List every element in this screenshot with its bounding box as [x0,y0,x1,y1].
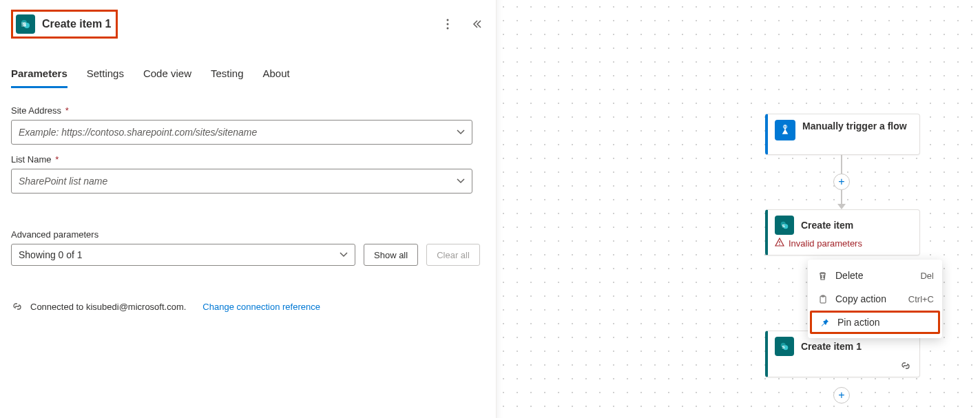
menu-copy-shortcut: Ctrl+C [908,294,934,304]
menu-copy[interactable]: Copy action Ctrl+C [808,287,942,311]
panel-title-block: S Create item 1 [11,10,118,39]
svg-point-5 [447,23,449,25]
menu-delete[interactable]: Delete Del [808,264,942,287]
tab-parameters[interactable]: Parameters [11,63,67,88]
svg-point-12 [779,244,780,245]
create-item-1-label: Create item 1 [801,340,862,353]
node-footer [775,360,913,373]
svg-point-4 [447,19,449,21]
sharepoint-icon: S [775,216,794,235]
svg-text:S: S [23,22,26,27]
connection-row: Connected to kisubedi@microsoft.com. Cha… [11,300,485,313]
arrow-down-icon [837,204,846,209]
touch-icon [775,120,795,140]
menu-delete-label: Delete [835,270,863,281]
connection-text: Connected to kisubedi@microsoft.com. [30,302,186,312]
required-indicator: * [55,154,59,165]
required-indicator: * [65,105,69,116]
menu-copy-label: Copy action [835,293,886,304]
tab-about[interactable]: About [263,63,290,88]
flow-canvas[interactable]: Manually trigger a flow + S Create item … [496,0,980,418]
context-menu: Delete Del Copy action Ctrl+C Pin action [808,260,942,338]
error-text: Invalid parameters [789,238,862,249]
tab-settings[interactable]: Settings [87,63,124,88]
error-row: Invalid parameters [775,238,913,249]
svg-text:S: S [782,344,785,349]
site-address-label: Site Address * [11,105,485,116]
advanced-parameters-dropdown[interactable]: Showing 0 of 1 [11,244,355,266]
change-connection-link[interactable]: Change connection reference [202,302,320,312]
trash-icon [816,269,828,282]
more-menu-button[interactable] [439,16,456,32]
site-address-dropdown[interactable]: Example: https://contoso.sharepoint.com/… [11,120,472,145]
field-list-name: List Name * SharePoint list name [11,154,485,194]
collapse-panel-button[interactable] [468,16,485,32]
trigger-node-label: Manually trigger a flow [802,120,907,149]
panel-header: S Create item 1 [11,10,485,39]
tab-bar: Parameters Settings Code view Testing Ab… [11,63,485,89]
link-icon [11,300,23,313]
svg-text:S: S [782,223,785,228]
add-step-button[interactable]: + [833,174,850,190]
create-item-label: Create item [801,219,853,231]
pin-icon [818,316,831,328]
advanced-showing-text: Showing 0 of 1 [19,249,83,260]
add-step-button[interactable]: + [833,387,850,404]
advanced-parameters-row: Showing 0 of 1 Show all Clear all [11,244,485,266]
chevron-down-icon [340,250,348,260]
advanced-parameters-label: Advanced parameters [11,229,485,240]
site-address-label-text: Site Address [11,105,61,116]
list-name-placeholder: SharePoint list name [19,176,107,187]
sharepoint-icon: S [775,337,794,356]
field-site-address: Site Address * Example: https://contoso.… [11,105,485,145]
warning-icon [775,238,784,249]
sharepoint-icon: S [16,14,35,34]
show-all-button[interactable]: Show all [364,244,418,266]
tab-code-view[interactable]: Code view [143,63,191,88]
create-item-node[interactable]: S Create item Invalid parameters [765,209,920,255]
clear-all-button: Clear all [426,244,480,266]
list-name-dropdown[interactable]: SharePoint list name [11,169,472,194]
list-name-label-text: List Name [11,154,52,165]
menu-pin-label: Pin action [837,317,879,328]
trigger-node[interactable]: Manually trigger a flow [765,114,920,155]
menu-pin[interactable]: Pin action [810,311,940,334]
site-address-placeholder: Example: https://contoso.sharepoint.com/… [19,127,257,138]
list-name-label: List Name * [11,154,485,165]
create-item-1-row: S Create item 1 [775,337,913,356]
tab-testing[interactable]: Testing [211,63,244,88]
clipboard-icon [816,293,828,305]
create-item-row: S Create item [775,216,913,235]
panel-header-controls [439,16,485,32]
properties-panel: S Create item 1 Parameters Settings Code… [0,0,496,418]
svg-point-6 [447,28,449,30]
chevron-down-icon [457,127,465,137]
connector-line [841,155,842,174]
menu-delete-shortcut: Del [920,271,934,281]
link-icon [900,360,913,373]
panel-title: Create item 1 [42,18,112,30]
chevron-down-icon [457,176,465,186]
